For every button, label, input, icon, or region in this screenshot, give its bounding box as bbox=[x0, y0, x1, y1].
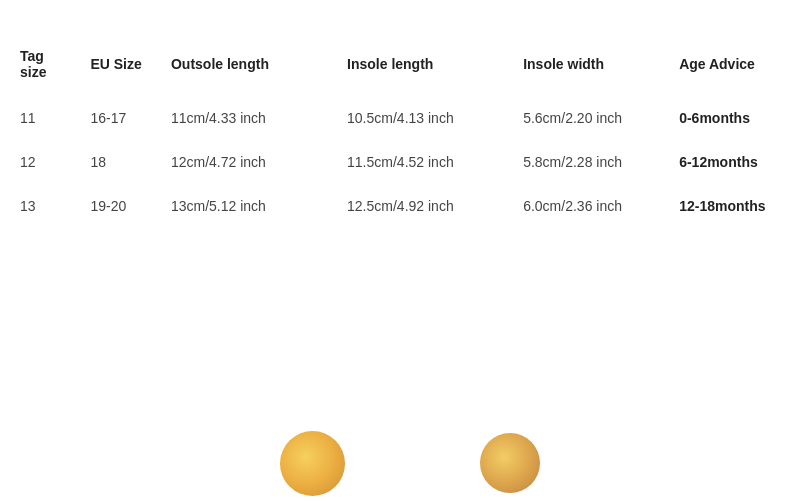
cell-insole-width: 5.6cm/2.20 inch bbox=[513, 96, 669, 140]
size-table: Tag size EU Size Outsole length Insole l… bbox=[10, 40, 800, 228]
header-outsole-length: Outsole length bbox=[161, 40, 337, 96]
cell-tag-size: 12 bbox=[10, 140, 80, 184]
cell-age-advice: 0-6months bbox=[669, 96, 800, 140]
cell-insole-length: 10.5cm/4.13 inch bbox=[337, 96, 513, 140]
cell-tag-size: 13 bbox=[10, 184, 80, 228]
page-container: Tag size EU Size Outsole length Insole l… bbox=[0, 0, 810, 501]
cell-eu-size: 16-17 bbox=[80, 96, 161, 140]
table-row: 1116-1711cm/4.33 inch10.5cm/4.13 inch5.6… bbox=[10, 96, 800, 140]
size-table-container: Tag size EU Size Outsole length Insole l… bbox=[0, 20, 810, 238]
bottom-image-area bbox=[0, 421, 810, 501]
shoe-image-right bbox=[480, 433, 540, 493]
header-age-advice: Age Advice bbox=[669, 40, 800, 96]
cell-eu-size: 18 bbox=[80, 140, 161, 184]
cell-age-advice: 6-12months bbox=[669, 140, 800, 184]
cell-outsole-length: 12cm/4.72 inch bbox=[161, 140, 337, 184]
header-insole-length: Insole length bbox=[337, 40, 513, 96]
top-image-area bbox=[0, 0, 810, 20]
cell-insole-length: 11.5cm/4.52 inch bbox=[337, 140, 513, 184]
shoe-image-left bbox=[280, 431, 345, 496]
table-row: 1319-2013cm/5.12 inch12.5cm/4.92 inch6.0… bbox=[10, 184, 800, 228]
cell-insole-width: 6.0cm/2.36 inch bbox=[513, 184, 669, 228]
table-row: 121812cm/4.72 inch11.5cm/4.52 inch5.8cm/… bbox=[10, 140, 800, 184]
cell-insole-length: 12.5cm/4.92 inch bbox=[337, 184, 513, 228]
header-tag-size: Tag size bbox=[10, 40, 80, 96]
cell-insole-width: 5.8cm/2.28 inch bbox=[513, 140, 669, 184]
header-insole-width: Insole width bbox=[513, 40, 669, 96]
cell-tag-size: 11 bbox=[10, 96, 80, 140]
cell-eu-size: 19-20 bbox=[80, 184, 161, 228]
cell-outsole-length: 11cm/4.33 inch bbox=[161, 96, 337, 140]
cell-outsole-length: 13cm/5.12 inch bbox=[161, 184, 337, 228]
header-eu-size: EU Size bbox=[80, 40, 161, 96]
cell-age-advice: 12-18months bbox=[669, 184, 800, 228]
